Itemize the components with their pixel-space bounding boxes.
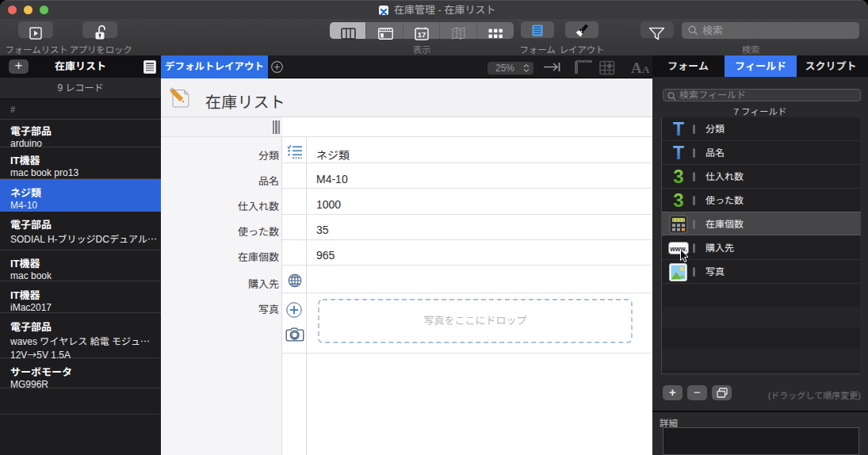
svg-text:T: T bbox=[673, 144, 684, 162]
svg-text:17: 17 bbox=[418, 30, 426, 39]
svg-text:A: A bbox=[642, 63, 650, 75]
svg-text:3: 3 bbox=[673, 168, 683, 185]
svg-text:A: A bbox=[631, 61, 642, 75]
svg-text:T: T bbox=[673, 120, 684, 138]
svg-text:3: 3 bbox=[673, 192, 683, 209]
